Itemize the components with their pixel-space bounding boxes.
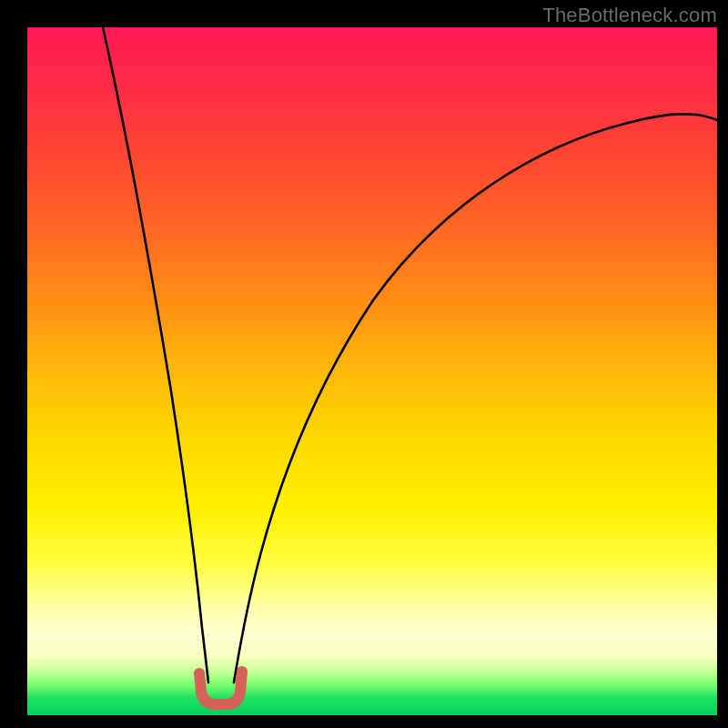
- watermark-text: TheBottleneck.com: [542, 4, 717, 27]
- right-curve: [234, 115, 717, 682]
- left-curve: [103, 27, 208, 682]
- outer-frame: TheBottleneck.com: [0, 0, 728, 728]
- curve-layer: [27, 27, 717, 715]
